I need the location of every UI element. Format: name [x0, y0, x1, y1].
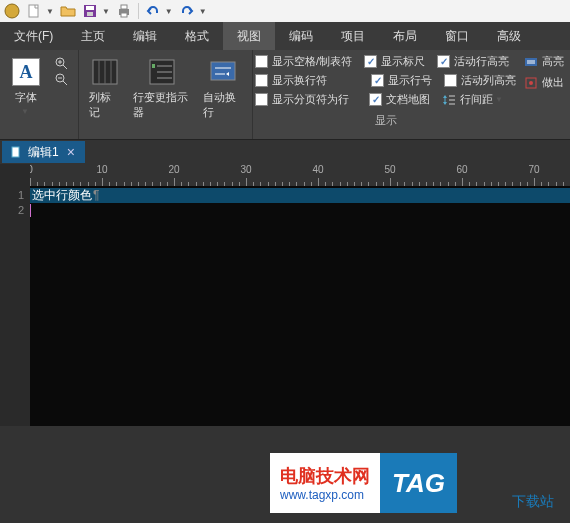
watermark: 电脑技术网 www.tagxp.com TAG	[270, 453, 520, 513]
line-change-icon	[146, 56, 178, 88]
check-active-line-hl[interactable]: 活动行高亮	[437, 54, 509, 69]
svg-rect-24	[211, 62, 235, 80]
export-button[interactable]: 做出	[524, 75, 564, 90]
app-icon[interactable]	[4, 3, 20, 19]
display-group-label: 显示	[253, 111, 518, 130]
save-icon[interactable]	[82, 3, 98, 19]
auto-wrap-button[interactable]: 自动换行	[199, 54, 246, 122]
svg-line-13	[63, 81, 67, 85]
checkbox-icon	[255, 93, 268, 106]
extra-group: 高亮 做出	[518, 50, 570, 139]
svg-rect-1	[29, 5, 38, 17]
document-icon	[10, 146, 22, 158]
col-marker-label: 列标记	[89, 90, 121, 120]
document-tab-bar: 编辑1 ×	[0, 140, 570, 164]
checkbox-icon	[255, 55, 268, 68]
line-number-gutter: 1 2	[0, 186, 30, 426]
zoom-buttons[interactable]	[50, 54, 72, 118]
ruler-corner	[0, 164, 30, 186]
ribbon: A 字体 ▼ 列标记 行变更指示器 自动	[0, 50, 570, 140]
menu-bar: 文件(F) 主页 编辑 格式 视图 编码 项目 布局 窗口 高级	[0, 22, 570, 50]
menu-layout[interactable]: 布局	[379, 22, 431, 50]
menu-edit[interactable]: 编辑	[119, 22, 171, 50]
auto-wrap-icon	[207, 56, 239, 88]
marker-group: 列标记 行变更指示器 自动换行	[79, 50, 253, 139]
svg-rect-7	[121, 13, 127, 17]
check-show-ruler[interactable]: 显示标尺	[364, 54, 425, 69]
new-file-icon[interactable]	[26, 3, 42, 19]
menu-view[interactable]: 视图	[223, 22, 275, 50]
watermark-text: 电脑技术网 www.tagxp.com	[270, 453, 380, 513]
ruler-number: 30	[240, 164, 251, 175]
check-doc-map[interactable]: 文档地图	[369, 92, 430, 107]
line-change-label: 行变更指示器	[133, 90, 191, 120]
font-group: A 字体 ▼	[0, 50, 79, 139]
menu-advanced[interactable]: 高级	[483, 22, 535, 50]
dropdown-icon[interactable]: ▼	[46, 7, 54, 16]
menu-encoding[interactable]: 编码	[275, 22, 327, 50]
col-marker-icon	[89, 56, 121, 88]
document-tab[interactable]: 编辑1 ×	[2, 141, 85, 163]
ruler-number: 40	[312, 164, 323, 175]
watermark-title: 电脑技术网	[280, 464, 370, 488]
close-tab-button[interactable]: ×	[65, 144, 77, 160]
export-icon	[524, 76, 538, 90]
check-show-space-tab[interactable]: 显示空格/制表符	[255, 54, 352, 69]
ruler-number: 20	[168, 164, 179, 175]
dropdown-icon[interactable]: ▼	[199, 7, 207, 16]
menu-window[interactable]: 窗口	[431, 22, 483, 50]
dropdown-icon[interactable]: ▼	[165, 7, 173, 16]
line-change-button[interactable]: 行变更指示器	[129, 54, 195, 122]
ruler-number: 70	[528, 164, 539, 175]
font-button[interactable]: A 字体 ▼	[6, 54, 46, 118]
svg-rect-4	[87, 12, 93, 16]
font-label: 字体	[15, 90, 37, 105]
col-marker-button[interactable]: 列标记	[85, 54, 125, 122]
separator	[138, 3, 139, 19]
check-show-line-num[interactable]: 显示行号	[371, 73, 432, 88]
editor: 1 2 选中行颜色¶	[0, 186, 570, 426]
line-spacing-button[interactable]: 行间距▼	[442, 92, 503, 107]
svg-rect-20	[152, 64, 155, 68]
menu-home[interactable]: 主页	[67, 22, 119, 50]
highlight-button[interactable]: 高亮	[524, 54, 564, 69]
dropdown-icon[interactable]: ▼	[102, 7, 110, 16]
line-spacing-icon	[442, 93, 456, 107]
ruler-number: 60	[456, 164, 467, 175]
code-area[interactable]: 选中行颜色¶	[30, 186, 570, 426]
redo-icon[interactable]	[179, 3, 195, 19]
watermark-extra: 下载站	[512, 493, 554, 511]
print-icon[interactable]	[116, 3, 132, 19]
eol-glyph: ¶	[93, 188, 99, 203]
watermark-url: www.tagxp.com	[280, 488, 370, 502]
check-show-newline[interactable]: 显示换行符	[255, 73, 327, 88]
auto-wrap-label: 自动换行	[203, 90, 242, 120]
text-cursor	[30, 204, 31, 217]
font-letter-icon: A	[12, 58, 40, 86]
menu-project[interactable]: 项目	[327, 22, 379, 50]
svg-rect-6	[121, 5, 127, 9]
zoom-in-icon[interactable]	[54, 56, 68, 70]
menu-format[interactable]: 格式	[171, 22, 223, 50]
line-number: 2	[0, 203, 24, 218]
svg-rect-3	[86, 6, 94, 10]
svg-rect-31	[525, 58, 537, 66]
checkbox-icon	[255, 74, 268, 87]
open-file-icon[interactable]	[60, 3, 76, 19]
quick-access-toolbar: ▼ ▼ ▼ ▼	[0, 0, 570, 22]
svg-line-9	[63, 65, 67, 69]
menu-file[interactable]: 文件(F)	[0, 22, 67, 50]
svg-rect-36	[12, 147, 19, 157]
checkbox-icon	[444, 74, 457, 87]
check-show-pagebreak[interactable]: 显示分页符为行	[255, 92, 349, 107]
dropdown-icon: ▼	[21, 107, 29, 116]
ruler-number: 0	[30, 164, 33, 175]
zoom-out-icon[interactable]	[54, 72, 68, 86]
check-active-col-hl[interactable]: 活动列高亮	[444, 73, 516, 88]
dropdown-icon: ▼	[495, 95, 503, 104]
checkbox-icon	[369, 93, 382, 106]
undo-icon[interactable]	[145, 3, 161, 19]
document-tab-label: 编辑1	[28, 144, 59, 161]
checkbox-icon	[371, 74, 384, 87]
selected-line: 选中行颜色¶	[30, 188, 570, 203]
